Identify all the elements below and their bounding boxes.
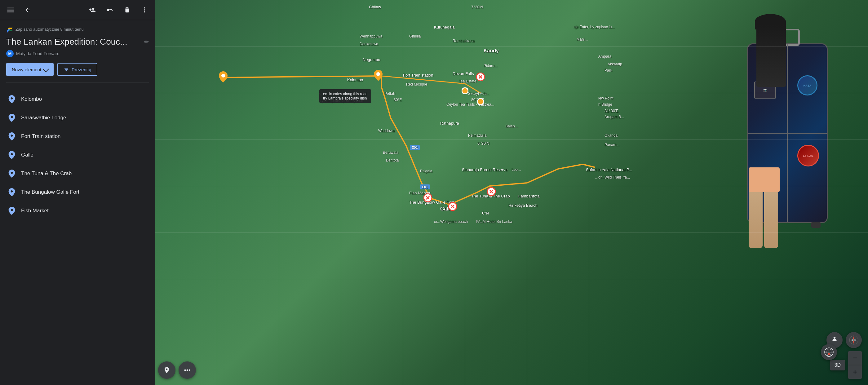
auto-save-row: Zapisano automatycznie 8 minut temu (6, 26, 149, 33)
location-item[interactable]: Fort Train station (0, 127, 155, 146)
delete-button[interactable] (122, 4, 133, 15)
sidebar-toolbar (0, 0, 155, 20)
location-name: Fish Market (21, 208, 49, 214)
3d-button[interactable]: 3D (830, 360, 845, 371)
present-label: Prezentuj (72, 67, 91, 72)
zoom-out-button[interactable]: − (848, 351, 862, 365)
pin-x-2 (424, 193, 432, 203)
location-pin-icon (7, 206, 16, 215)
present-button[interactable]: Prezentuj (57, 63, 97, 76)
compass-button[interactable] (846, 332, 862, 348)
location-name: The Tuna & The Crab (21, 170, 72, 177)
chevron-down-icon (43, 66, 49, 72)
play-icon (64, 67, 69, 72)
locations-list: Kolombo Saraswathie Lodge Fort Train sta… (0, 89, 155, 385)
zoom-in-button[interactable]: + (848, 365, 862, 379)
more-button[interactable] (139, 4, 150, 15)
svg-point-13 (477, 99, 484, 105)
svg-point-5 (144, 11, 145, 13)
svg-rect-0 (7, 8, 14, 8)
svg-point-6 (221, 74, 225, 77)
google-drive-icon (6, 26, 13, 33)
location-item[interactable]: The Bungalow Galle Fort (0, 183, 155, 201)
location-pin-icon (7, 169, 16, 178)
location-name: Fort Train station (21, 133, 61, 139)
svg-point-17 (834, 336, 836, 339)
undo-button[interactable] (104, 4, 115, 15)
pin-x-3 (448, 202, 457, 212)
location-item[interactable]: Fish Market (0, 201, 155, 220)
back-button[interactable] (22, 4, 33, 15)
location-pin-icon (7, 188, 16, 196)
location-pin-icon (7, 151, 16, 159)
add-pin-button[interactable] (158, 361, 176, 379)
location-item[interactable]: Saraswathie Lodge (0, 108, 155, 127)
globe-widget[interactable] (821, 344, 837, 360)
location-name: Galle (21, 152, 33, 158)
location-item[interactable]: The Tuna & The Crab (0, 164, 155, 183)
map-title: The Lankan Expedition: Couc... (6, 37, 141, 47)
edit-title-icon[interactable]: ✏ (144, 38, 149, 45)
svg-point-14 (184, 370, 186, 371)
location-item[interactable]: Galle (0, 146, 155, 164)
location-name: Saraswathie Lodge (21, 115, 66, 121)
svg-point-22 (853, 339, 855, 341)
location-name: The Bungalow Galle Fort (21, 189, 80, 195)
map-bottom-controls-left (158, 361, 196, 379)
globe-icon (824, 347, 834, 357)
pin-kolombo (219, 71, 227, 84)
action-buttons: Nowy element Prezentuj (6, 63, 149, 76)
zoom-controls: − + (848, 351, 862, 379)
pin-fort-train (374, 70, 382, 82)
add-person-button[interactable] (87, 4, 98, 15)
menu-button[interactable] (5, 4, 16, 15)
svg-point-4 (144, 9, 145, 10)
pin-x-4 (487, 187, 496, 197)
map-area[interactable]: Chilaw7°30'NKurunegalaWennappuwaGiriulla… (155, 0, 868, 385)
owner-row: M Matylda Food Forward (6, 50, 149, 57)
svg-rect-1 (7, 10, 14, 10)
svg-point-3 (144, 7, 145, 9)
divider (6, 82, 149, 83)
svg-point-12 (462, 88, 468, 94)
svg-point-16 (189, 370, 190, 371)
new-element-button[interactable]: Nowy element (6, 63, 54, 76)
auto-save-text: Zapisano automatycznie 8 minut temu (16, 27, 84, 32)
map-title-row: The Lankan Expedition: Couc... ✏ (6, 37, 149, 47)
new-element-label: Nowy element (12, 67, 41, 72)
svg-point-27 (828, 353, 830, 355)
location-pin-icon (7, 114, 16, 122)
owner-name: Matylda Food Forward (16, 51, 60, 56)
sidebar-header: Zapisano automatycznie 8 minut temu The … (0, 20, 155, 89)
svg-rect-2 (7, 12, 14, 12)
location-pin-icon (7, 132, 16, 141)
location-item[interactable]: Kolombo (0, 90, 155, 108)
svg-point-15 (187, 370, 188, 371)
location-name: Kolombo (21, 96, 42, 102)
location-pin-icon (7, 95, 16, 103)
map-land (155, 0, 868, 385)
pin-orange-2 (477, 98, 484, 106)
owner-avatar: M (6, 50, 13, 57)
pin-x-1 (476, 72, 485, 83)
sidebar: Zapisano automatycznie 8 minut temu The … (0, 0, 155, 385)
svg-point-7 (376, 72, 380, 76)
pin-orange-1 (462, 88, 468, 95)
route-button[interactable] (179, 361, 196, 379)
